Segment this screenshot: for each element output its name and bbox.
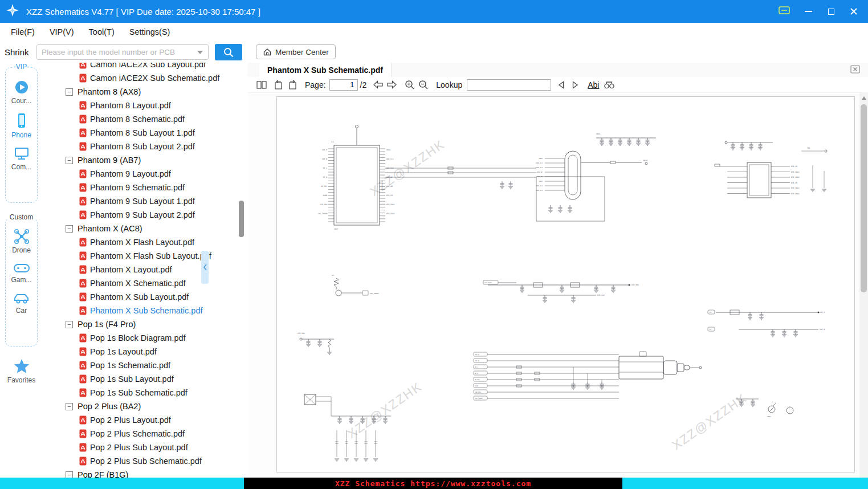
vip-card-icon[interactable] xyxy=(778,5,790,18)
menu-tool[interactable]: Tool(T) xyxy=(81,23,122,41)
tree-group[interactable]: −Pop 2 Plus (BA2) xyxy=(43,400,248,413)
model-search-box[interactable] xyxy=(36,44,209,60)
tree-file[interactable]: Phantom 8 Layout.pdf xyxy=(43,99,248,112)
tree-file[interactable]: Pop 1s Sub Schematic.pdf xyxy=(43,386,248,400)
sidebar-item-drone[interactable]: Drone xyxy=(6,229,37,254)
svg-text:BTB_SBU2: BTB_SBU2 xyxy=(386,213,395,215)
tree-item-label: Pop 1s Layout.pdf xyxy=(90,347,157,356)
pdf-file-icon xyxy=(79,292,87,301)
tree-file[interactable]: Phantom 9 Sub Layout 2.pdf xyxy=(43,208,248,222)
tree-group[interactable]: −Phantom 8 (AX8) xyxy=(43,85,248,99)
pdf-file-icon xyxy=(79,238,87,247)
overview-binoculars-icon[interactable] xyxy=(602,79,616,91)
tree-file[interactable]: Phantom 9 Layout.pdf xyxy=(43,167,248,181)
svg-text:LED1: LED1 xyxy=(767,415,771,418)
tree-file[interactable]: Pop 2 Plus Sub Schematic.pdf xyxy=(43,454,248,468)
vertical-scrollbar[interactable] xyxy=(859,93,868,478)
next-page-icon[interactable] xyxy=(385,79,398,91)
tree-file[interactable]: Phantom 8 Schematic.pdf xyxy=(43,112,248,126)
tree-item-label: Phantom 8 Schematic.pdf xyxy=(90,115,185,124)
menu-file[interactable]: File(F) xyxy=(3,23,42,41)
menu-vip[interactable]: VIP(V) xyxy=(42,23,81,41)
text-select-icon[interactable]: Abi xyxy=(588,80,599,89)
lookup-input[interactable] xyxy=(467,79,551,91)
page-number-input[interactable] xyxy=(329,79,358,91)
prev-page-icon[interactable] xyxy=(371,79,385,91)
tree-file[interactable]: Pop 1s Sub Layout.pdf xyxy=(43,372,248,386)
chevron-down-icon[interactable] xyxy=(197,51,203,54)
sidebar-item-computer[interactable]: Com... xyxy=(6,146,37,171)
tree-file[interactable]: Phantom X Flash Layout.pdf xyxy=(43,235,248,249)
collapse-icon[interactable]: − xyxy=(66,88,73,96)
svg-text:USB_DM: USB_DM xyxy=(386,185,393,188)
tree-scrollbar-thumb[interactable] xyxy=(239,201,244,237)
maximize-button[interactable] xyxy=(826,6,836,17)
tree-file[interactable]: Pop 2 Plus Sub Layout.pdf xyxy=(43,441,248,454)
phone-label: Phone xyxy=(11,131,31,139)
collapse-icon[interactable]: − xyxy=(66,225,73,233)
svg-text:SPK_P: SPK_P xyxy=(322,149,327,151)
tree-group[interactable]: −Pop 2F (B1G) xyxy=(43,468,248,478)
minimize-button[interactable] xyxy=(803,6,813,17)
rotate-right-icon[interactable] xyxy=(286,79,299,91)
tree-file[interactable]: Phantom X Layout.pdf xyxy=(43,263,248,276)
menu-settings[interactable]: Settings(S) xyxy=(122,23,178,41)
panel-collapse-handle[interactable] xyxy=(201,251,209,284)
tree-item-label: Phantom 8 Sub Layout 2.pdf xyxy=(90,142,195,151)
collapse-icon[interactable]: − xyxy=(66,321,73,328)
app-window: XZZ Schematics V4.77 [ VIP Due date: 202… xyxy=(0,0,868,489)
pdf-viewport[interactable]: XZZ@XZZHKXZZ@XZZHKXZZ@XZZHKJ1SPK_PVBUSSP… xyxy=(248,93,859,478)
sidebar-item-favorites[interactable]: Favorites xyxy=(0,358,43,384)
tree-item-label: Phantom X Flash Layout.pdf xyxy=(90,238,194,247)
tree-file[interactable]: Phantom 9 Sub Layout 1.pdf xyxy=(43,194,248,208)
tree-file[interactable]: Pop 1s Block Diagram.pdf xyxy=(43,331,248,345)
shrink-button[interactable]: Shrink xyxy=(5,44,29,59)
collapse-icon[interactable]: − xyxy=(66,471,73,478)
find-prev-icon[interactable] xyxy=(555,79,568,91)
favorites-label: Favorites xyxy=(7,376,35,384)
model-search-input[interactable] xyxy=(37,48,197,56)
close-tab-icon[interactable] xyxy=(850,65,860,76)
svg-text:CHG_THERM: CHG_THERM xyxy=(318,213,327,215)
search-button[interactable] xyxy=(215,44,242,60)
sidebar-item-game[interactable]: Gam... xyxy=(6,262,37,284)
vip-section: -VIP- Cour... Phone xyxy=(5,67,38,203)
tree-file[interactable]: Pop 2 Plus Schematic.pdf xyxy=(43,427,248,441)
member-center-button[interactable]: Member Center xyxy=(256,44,336,59)
tree-file[interactable]: Phantom 9 Schematic.pdf xyxy=(43,181,248,194)
collapse-icon[interactable]: − xyxy=(66,157,73,164)
rotate-left-icon[interactable] xyxy=(272,79,286,91)
tree-file[interactable]: Pop 1s Layout.pdf xyxy=(43,345,248,358)
collapse-icon[interactable]: − xyxy=(66,403,73,410)
tree-file[interactable]: Pop 2 Plus Layout.pdf xyxy=(43,413,248,427)
scrollbar-thumb[interactable] xyxy=(861,104,867,292)
svg-text:CHG_THERM: CHG_THERM xyxy=(475,398,483,400)
svg-text:CHG_THERM: CHG_THERM xyxy=(370,292,378,295)
tree-item-label: Phantom X Layout.pdf xyxy=(90,265,172,274)
tree-file[interactable]: Phantom 8 Sub Layout 1.pdf xyxy=(43,126,248,140)
zoom-out-icon[interactable] xyxy=(417,79,430,91)
sidebar-item-phone[interactable]: Phone xyxy=(6,112,37,139)
tree-group[interactable]: −Phantom X (AC8) xyxy=(43,222,248,235)
svg-text:VIB_PRO: VIB_PRO xyxy=(298,332,305,335)
tree-file[interactable]: Camon iACE2X Sub Schematic.pdf xyxy=(43,71,248,85)
close-button[interactable] xyxy=(849,6,859,17)
tree-group[interactable]: −Phantom 9 (AB7) xyxy=(43,153,248,167)
tree-file[interactable]: Phantom X Schematic.pdf xyxy=(43,276,248,290)
sidebar-item-course[interactable]: Cour... xyxy=(6,79,37,105)
tree-file[interactable]: Phantom X Flash Sub Layout.pdf xyxy=(43,249,248,263)
tree-file[interactable]: Phantom X Sub Schematic.pdf xyxy=(43,304,248,317)
tab-phantom-x-sub-schematic[interactable]: Phantom X Sub Schematic.pdf xyxy=(259,63,392,77)
sidebar-item-car[interactable]: Car xyxy=(6,291,37,315)
find-next-icon[interactable] xyxy=(568,79,582,91)
tree-file[interactable]: Phantom X Sub Layout.pdf xyxy=(43,290,248,304)
two-page-view-icon[interactable] xyxy=(255,79,268,91)
zoom-in-icon[interactable] xyxy=(403,79,417,91)
scroll-up-arrow[interactable] xyxy=(862,96,866,100)
tree-item-label: Pop 1s Sub Layout.pdf xyxy=(90,374,174,384)
svg-text:BTB_CM: BTB_CM xyxy=(386,194,393,197)
tree-file[interactable]: Camon iACE2X Sub Layout.pdf xyxy=(43,63,248,71)
tree-group[interactable]: −Pop 1s (F4 Pro) xyxy=(43,317,248,331)
tree-file[interactable]: Pop 1s Schematic.pdf xyxy=(43,358,248,372)
tree-file[interactable]: Phantom 8 Sub Layout 2.pdf xyxy=(43,140,248,153)
